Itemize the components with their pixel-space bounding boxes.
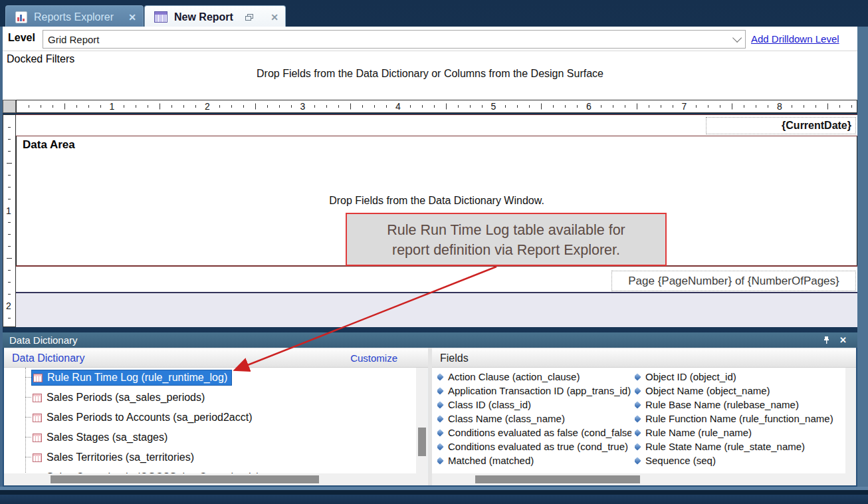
tree-item-label: Sales Territories (sa_territories) xyxy=(47,451,194,463)
ruler-number: 6 xyxy=(586,101,592,112)
page-number-field[interactable]: Page {PageNumber} of {NumberOfPages} xyxy=(611,271,856,291)
close-icon[interactable]: ✕ xyxy=(128,13,136,22)
tree-item[interactable]: Rule Run Time Log (rule_runtime_log) xyxy=(4,368,416,388)
tree-item[interactable]: Sales Quota leads (OSO$Sales Quota leads… xyxy=(4,467,416,473)
vertical-ruler: 12 xyxy=(3,114,16,327)
docked-filters-label: Docked Filters xyxy=(7,53,74,65)
float-window-icon[interactable] xyxy=(245,14,253,21)
field-diamond-icon xyxy=(635,373,641,380)
tab-label: Reports Explorer xyxy=(34,11,114,23)
ruler-number: 8 xyxy=(777,101,782,112)
field-item-label: Class ID (class_id) xyxy=(448,399,531,410)
field-item-label: Action Clause (action_clause) xyxy=(448,371,580,382)
field-item[interactable]: Action Clause (action_clause) xyxy=(437,370,631,384)
current-date-field[interactable]: {CurrentDate} xyxy=(706,117,856,134)
field-diamond-icon xyxy=(635,457,641,464)
grid-table-icon xyxy=(154,11,167,23)
ruler-number: 5 xyxy=(491,101,496,112)
field-item-label: Rule Function Name (rule_function_name) xyxy=(645,413,833,424)
add-drilldown-level-link[interactable]: Add Drilldown Level xyxy=(751,33,839,45)
field-item[interactable]: Object Name (object_name) xyxy=(635,384,844,398)
fields-header-label: Fields xyxy=(440,352,469,364)
window-right-border xyxy=(857,27,868,487)
ruler-number: 7 xyxy=(682,101,687,112)
field-diamond-icon xyxy=(635,401,641,408)
table-icon xyxy=(33,374,43,382)
annotation-callout: Rule Run Time Log table available for re… xyxy=(346,213,667,266)
field-item[interactable]: Application Transaction ID (app_trans_id… xyxy=(437,384,631,398)
table-icon xyxy=(33,434,42,442)
panel-title: Data Dictionary xyxy=(9,334,78,346)
table-icon xyxy=(33,414,42,422)
table-icon xyxy=(33,394,42,402)
bar-chart-icon xyxy=(15,11,27,23)
field-item-label: Object ID (object_id) xyxy=(645,371,736,382)
tree-item[interactable]: Sales Territories (sa_territories) xyxy=(4,447,416,467)
pin-icon[interactable] xyxy=(823,336,830,344)
tab-reports-explorer[interactable]: Reports Explorer ✕ xyxy=(5,5,144,28)
field-item[interactable]: Sequence (seq) xyxy=(635,453,844,467)
field-diamond-icon xyxy=(437,387,444,394)
data-area-dropzone-hint[interactable]: Drop Fields from the Data Dictionary Win… xyxy=(16,195,857,207)
field-item[interactable]: Class ID (class_id) xyxy=(437,398,631,412)
field-diamond-icon xyxy=(437,429,444,436)
tree-vertical-scrollbar[interactable] xyxy=(416,368,427,473)
level-dropdown[interactable]: Grid Report xyxy=(43,30,746,49)
callout-line1: Rule Run Time Log table available for xyxy=(347,220,665,240)
level-dropdown-value: Grid Report xyxy=(48,34,100,45)
callout-line2: report definition via Report Explorer. xyxy=(347,240,665,260)
ruler-number: 4 xyxy=(395,101,401,112)
fields-column-1: Action Clause (action_clause)Application… xyxy=(437,370,631,467)
tree-vertical-scrollbar-thumb[interactable] xyxy=(418,428,426,456)
ruler-number: 2 xyxy=(6,301,11,311)
tree-horizontal-scrollbar-thumb[interactable] xyxy=(51,475,319,483)
tree-item-label: Rule Run Time Log (rule_runtime_log) xyxy=(47,372,227,384)
horizontal-ruler: 12345678 xyxy=(16,100,857,113)
field-item[interactable]: Conditions evaluated as false (cond_fals… xyxy=(437,426,631,440)
tree-item[interactable]: Sales Periods (sa_sales_periods) xyxy=(4,388,416,408)
tab-new-report[interactable]: New Report ✕ xyxy=(144,5,286,28)
customize-link[interactable]: Customize xyxy=(350,352,397,364)
field-diamond-icon xyxy=(437,443,444,450)
docked-filters-dropzone-hint[interactable]: Drop Fields from the Data Dictionary or … xyxy=(3,68,857,80)
field-item[interactable]: Rule Function Name (rule_function_name) xyxy=(635,412,844,426)
ruler-number: 1 xyxy=(6,205,11,216)
field-item-label: Application Transaction ID (app_trans_id… xyxy=(448,385,631,396)
field-item-label: Matched (matched) xyxy=(448,455,534,466)
field-item[interactable]: Conditions evaluated as true (cond_true) xyxy=(437,440,631,453)
separator-line xyxy=(3,51,857,51)
ruler-number: 2 xyxy=(205,101,210,112)
tab-label: New Report xyxy=(174,11,233,23)
field-item[interactable]: Rule Name (rule_name) xyxy=(635,426,844,440)
field-diamond-icon xyxy=(635,415,641,422)
field-item[interactable]: Matched (matched) xyxy=(437,453,631,467)
close-icon[interactable]: ✕ xyxy=(271,13,278,22)
level-label: Level xyxy=(8,32,35,44)
field-diamond-icon xyxy=(635,443,641,450)
fields-vertical-scrollbar[interactable] xyxy=(845,368,856,485)
fields-horizontal-scrollbar-thumb[interactable] xyxy=(475,475,640,483)
field-item[interactable]: Object ID (object_id) xyxy=(635,370,844,384)
field-item-label: Object Name (object_name) xyxy=(645,385,770,396)
data-dictionary-titlebar: Data Dictionary ✕ xyxy=(3,332,857,348)
tree-item-label: Sales Periods (sa_sales_periods) xyxy=(47,392,205,404)
field-item[interactable]: Class Name (class_name) xyxy=(437,412,631,426)
chevron-down-icon xyxy=(732,33,742,43)
tree-item[interactable]: Sales Periods to Accounts (sa_period2acc… xyxy=(4,408,416,428)
close-icon[interactable]: ✕ xyxy=(839,335,847,345)
field-item[interactable]: Rule Base Name (rulebase_name) xyxy=(635,398,844,412)
field-item-label: Conditions evaluated as true (cond_true) xyxy=(448,441,628,452)
field-item-label: Rule State Name (rule_state_name) xyxy=(645,441,805,452)
window-bottom-border xyxy=(0,490,868,495)
field-diamond-icon xyxy=(635,387,641,394)
field-diamond-icon xyxy=(437,415,444,422)
ruler-corner xyxy=(3,100,16,113)
left-pane-header: Data Dictionary Customize xyxy=(4,349,428,368)
field-item-label: Conditions evaluated as false (cond_fals… xyxy=(448,427,631,438)
tree-item[interactable]: Sales Stages (sa_stages) xyxy=(4,428,416,447)
table-icon xyxy=(33,453,42,462)
field-item[interactable]: Rule State Name (rule_state_name) xyxy=(635,440,844,453)
fields-pane-header: Fields xyxy=(432,349,856,368)
field-item-label: Rule Name (rule_name) xyxy=(645,427,752,438)
field-diamond-icon xyxy=(437,373,444,380)
